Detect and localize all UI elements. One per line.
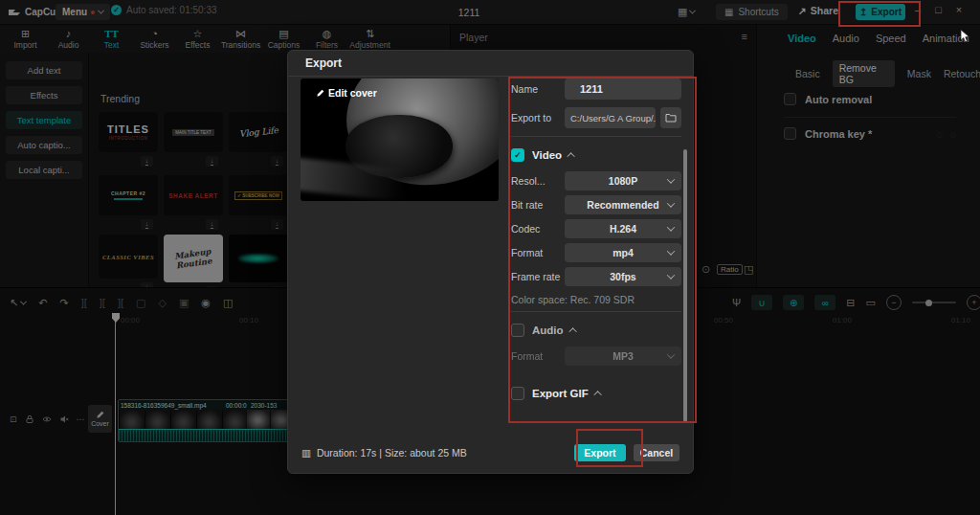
capcut-app: CapCut Menu ✓ Auto saved: 01:50:33 1211 … (0, 0, 980, 515)
dialog-buttons: Export Cancel (574, 444, 679, 461)
folder-icon (665, 113, 677, 123)
divider (511, 136, 681, 137)
name-label: Name (511, 83, 565, 95)
dialog-footer: ▥ Duration: 17s | Size: about 25 MB Expo… (288, 433, 693, 473)
name-value: 1211 (580, 83, 603, 95)
format-dropdown[interactable]: mp4 (565, 243, 681, 262)
export-gif-checkbox[interactable] (511, 387, 524, 400)
format-row: Format mp4 (511, 243, 681, 262)
framerate-dropdown[interactable]: 30fps (565, 267, 681, 286)
export-to-row: Export to C:/Users/G A Group/... (511, 107, 681, 128)
video-section-label: Video (532, 149, 562, 161)
audio-section-row: Audio (511, 324, 681, 337)
bitrate-value: Recommended (587, 199, 658, 211)
bitrate-label: Bit rate (511, 199, 565, 211)
dialog-title: Export (305, 56, 342, 70)
resolution-dropdown[interactable]: 1080P (565, 171, 681, 190)
export-dialog: Export Edit cover Name 1211 Export to (287, 50, 694, 474)
dialog-scrollbar[interactable] (683, 149, 687, 422)
framerate-label: Frame rate (511, 271, 565, 282)
cover-preview[interactable]: Edit cover (301, 78, 499, 201)
edit-cover-label: Edit cover (328, 87, 377, 99)
audio-format-label: Format (511, 350, 565, 362)
dialog-header: Export (288, 51, 693, 77)
audio-format-dropdown[interactable]: MP3 (565, 347, 681, 366)
audio-checkbox[interactable] (511, 324, 524, 337)
codec-row: Codec H.264 (511, 219, 681, 238)
collapse-icon[interactable] (593, 391, 601, 398)
resolution-label: Resol... (511, 175, 565, 187)
export-settings-form: Name 1211 Export to C:/Users/G A Group/.… (511, 78, 681, 410)
duration-size-text: Duration: 17s | Size: about 25 MB (317, 447, 467, 459)
chevron-down-icon (667, 350, 675, 358)
chevron-down-icon (667, 175, 675, 183)
export-confirm-button[interactable]: Export (574, 444, 626, 461)
collapse-icon[interactable] (567, 152, 574, 160)
gif-section-row: Export GIF (511, 387, 681, 400)
framerate-value: 30fps (610, 271, 635, 282)
audio-format-value: MP3 (612, 350, 634, 362)
chevron-down-icon (667, 271, 675, 279)
chevron-down-icon (667, 199, 675, 207)
collapse-icon[interactable] (568, 327, 576, 335)
divider (511, 311, 681, 312)
bitrate-row: Bit rate Recommended (511, 195, 681, 214)
export-path-input[interactable]: C:/Users/G A Group/... (565, 107, 656, 128)
name-input[interactable]: 1211 (565, 78, 681, 100)
codec-value: H.264 (610, 223, 636, 235)
bitrate-dropdown[interactable]: Recommended (565, 195, 681, 214)
video-section-row: ✓ Video (511, 148, 681, 162)
format-value: mp4 (612, 247, 634, 258)
resolution-row: Resol... 1080P (511, 171, 681, 190)
color-space-info: Color space: Rec. 709 SDR (511, 294, 681, 305)
gif-section-label: Export GIF (532, 388, 589, 399)
audio-section-label: Audio (532, 325, 564, 336)
codec-label: Codec (511, 223, 565, 235)
pencil-icon (316, 89, 324, 98)
browse-folder-button[interactable] (660, 107, 681, 128)
codec-dropdown[interactable]: H.264 (565, 219, 681, 238)
film-icon: ▥ (301, 447, 311, 459)
format-label: Format (511, 247, 565, 258)
cancel-button[interactable]: Cancel (634, 444, 679, 461)
chevron-down-icon (667, 223, 675, 231)
export-to-label: Export to (511, 112, 565, 123)
audio-format-row: Format MP3 (511, 347, 681, 366)
mouse-cursor-icon (960, 29, 970, 43)
export-path-value: C:/Users/G A Group/... (570, 113, 656, 123)
name-row: Name 1211 (511, 78, 681, 100)
resolution-value: 1080P (609, 175, 637, 187)
edit-cover-button[interactable]: Edit cover (316, 87, 377, 99)
video-checkbox[interactable]: ✓ (511, 148, 524, 162)
chevron-down-icon (667, 247, 675, 255)
framerate-row: Frame rate 30fps (511, 267, 681, 286)
export-summary: ▥ Duration: 17s | Size: about 25 MB (301, 447, 467, 459)
